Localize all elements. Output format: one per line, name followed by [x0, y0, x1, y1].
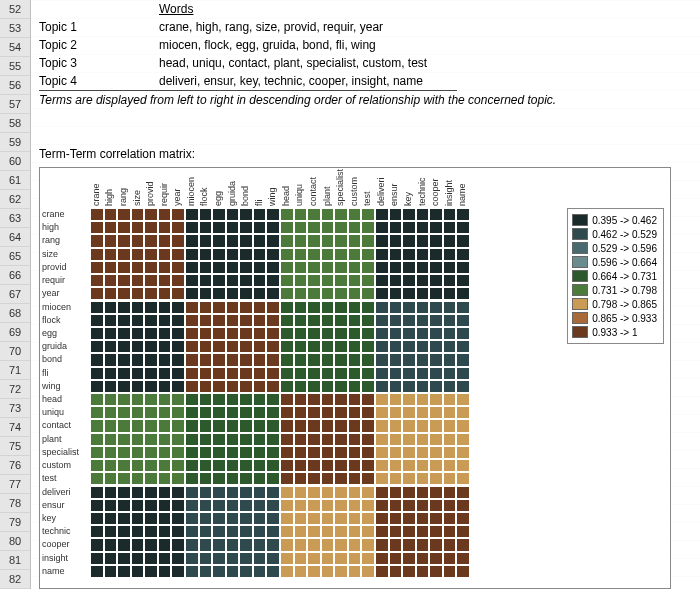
legend-label: 0.462 -> 0.529	[592, 229, 657, 240]
heatmap-cell	[402, 552, 416, 565]
heatmap-cell	[158, 367, 172, 380]
column-label: wing	[267, 187, 277, 206]
heatmap-cell	[402, 301, 416, 314]
heatmap-cell	[416, 393, 430, 406]
heatmap-cell	[158, 419, 172, 432]
heatmap-cell	[199, 340, 213, 353]
heatmap-cell	[294, 433, 308, 446]
heatmap-cell	[321, 301, 335, 314]
heatmap-cell	[131, 552, 145, 565]
heatmap-cell	[226, 221, 240, 234]
heatmap-cell	[375, 234, 389, 247]
heatmap-cell	[104, 221, 118, 234]
heatmap-cell	[90, 446, 104, 459]
topic-words: head, uniqu, contact, plant, specialist,…	[159, 54, 427, 72]
heatmap-cell	[90, 221, 104, 234]
words-header: Words	[159, 0, 193, 18]
heatmap-cell	[253, 248, 267, 261]
heatmap-cell	[131, 327, 145, 340]
matrix-title: Term-Term correlation matrix:	[39, 145, 700, 163]
heatmap-cell	[307, 261, 321, 274]
heatmap-cell	[389, 221, 403, 234]
heatmap-cell	[294, 208, 308, 221]
heatmap-cell	[402, 367, 416, 380]
heatmap-cell	[294, 380, 308, 393]
heatmap-cell	[266, 367, 280, 380]
heatmap-cell	[212, 327, 226, 340]
column-label: plant	[322, 186, 332, 206]
heatmap-cell	[131, 301, 145, 314]
heatmap-cell	[158, 327, 172, 340]
legend-row: 0.664 -> 0.731	[572, 269, 657, 283]
heatmap-cell	[171, 552, 185, 565]
heatmap-cell	[131, 367, 145, 380]
heatmap-cell	[185, 459, 199, 472]
heatmap-cell	[443, 367, 457, 380]
row-header: 65	[0, 247, 30, 266]
heatmap-cell	[117, 433, 131, 446]
heatmap-cell	[239, 340, 253, 353]
heatmap-cell	[361, 538, 375, 551]
heatmap-cell	[402, 459, 416, 472]
heatmap-cell	[416, 261, 430, 274]
heatmap-cell	[375, 327, 389, 340]
heatmap-cell	[199, 314, 213, 327]
heatmap-cell	[280, 353, 294, 366]
heatmap-cell	[239, 446, 253, 459]
heatmap-cell	[117, 446, 131, 459]
heatmap-cell	[199, 367, 213, 380]
row-header: 60	[0, 152, 30, 171]
heatmap-cell	[199, 301, 213, 314]
heatmap-cell	[266, 380, 280, 393]
heatmap-cell	[375, 353, 389, 366]
heatmap-cell	[416, 472, 430, 485]
heatmap-cell	[171, 367, 185, 380]
row-label: deliveri	[42, 486, 71, 499]
heatmap-cell	[456, 393, 470, 406]
heatmap-cell	[348, 565, 362, 578]
row-label: size	[42, 248, 58, 261]
heatmap-cell	[416, 248, 430, 261]
row-header: 66	[0, 266, 30, 285]
heatmap-cell	[443, 208, 457, 221]
heatmap-cell	[429, 472, 443, 485]
heatmap-cell	[171, 380, 185, 393]
heatmap-cell	[253, 380, 267, 393]
heatmap-cell	[443, 234, 457, 247]
heatmap-cell	[171, 459, 185, 472]
heatmap-cell	[429, 340, 443, 353]
heatmap-cell	[307, 274, 321, 287]
heatmap-cell	[144, 472, 158, 485]
heatmap-cell	[212, 234, 226, 247]
heatmap-cell	[361, 486, 375, 499]
heatmap-cell	[307, 459, 321, 472]
heatmap-cell	[226, 274, 240, 287]
heatmap-cell	[185, 406, 199, 419]
heatmap-cell	[185, 221, 199, 234]
column-label: rang	[118, 188, 128, 206]
heatmap-cell	[321, 393, 335, 406]
heatmap-cell	[280, 314, 294, 327]
heatmap-cell	[280, 367, 294, 380]
heatmap-cell	[185, 393, 199, 406]
heatmap-cell	[416, 380, 430, 393]
heatmap-cell	[402, 340, 416, 353]
heatmap-cell	[104, 459, 118, 472]
heatmap-cell	[239, 459, 253, 472]
heatmap-cell	[375, 301, 389, 314]
heatmap-cell	[239, 314, 253, 327]
heatmap-cell	[226, 565, 240, 578]
heatmap-cell	[226, 472, 240, 485]
heatmap-cell	[212, 221, 226, 234]
heatmap-cell	[402, 261, 416, 274]
heatmap-cell	[239, 393, 253, 406]
heatmap-cell	[294, 221, 308, 234]
heatmap-cell	[321, 512, 335, 525]
row-label: cooper	[42, 538, 70, 551]
heatmap-cell	[429, 565, 443, 578]
heatmap-cell	[266, 287, 280, 300]
heatmap-cell	[307, 406, 321, 419]
heatmap-cell	[375, 221, 389, 234]
heatmap-cell	[144, 353, 158, 366]
heatmap-cell	[144, 301, 158, 314]
